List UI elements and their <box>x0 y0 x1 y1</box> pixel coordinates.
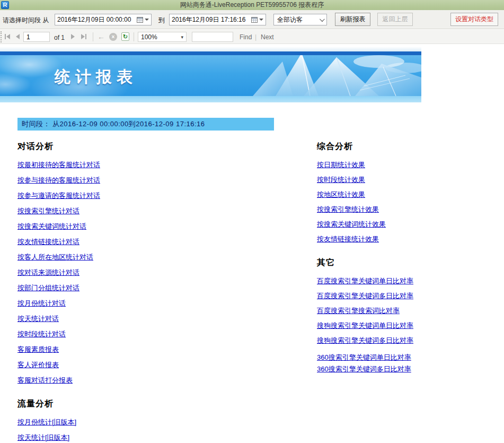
report-link[interactable]: 百度搜索引擎关键词单日比对率 <box>317 276 497 285</box>
to-datetime-input[interactable]: 2016年12月09日 17:16:16 <box>169 14 266 25</box>
report-link[interactable]: 按部门分组统计对话 <box>17 283 240 292</box>
report-banner: 统计报表 <box>0 47 421 102</box>
previous-page-button[interactable] <box>16 34 20 39</box>
banner-buildings-graphic <box>246 55 421 96</box>
from-datetime-value: 2016年12月09日 00:00:00 <box>57 15 137 24</box>
report-link[interactable]: 按搜索引擎统计效果 <box>317 205 497 214</box>
report-link[interactable]: 按参与邀请的客服统计对话 <box>17 191 240 200</box>
report-link[interactable]: 按友情链接统计对话 <box>17 237 240 246</box>
report-link[interactable]: 360搜索引擎关键词多日比对率 <box>317 364 497 373</box>
report-link[interactable]: 搜狗搜索引擎关键词多日比对率 <box>317 336 497 345</box>
left-column: 对话分析 按最初接待的客服统计对话 按参与接待的客服统计对话 按参与邀请的客服统… <box>17 139 240 443</box>
from-datetime-input[interactable]: 2016年12月09日 00:00:00 <box>55 14 152 25</box>
calendar-icon <box>137 17 143 23</box>
right-column: 综合分析 按日期统计效果 按时段统计效果 按地区统计效果 按搜索引擎统计效果 按… <box>317 139 497 379</box>
banner-top-strip <box>0 47 421 51</box>
filter-toolbar: 请选择时间段 从 2016年12月09日 00:00:00 到 2016年12月… <box>0 10 504 29</box>
next-page-icon <box>71 34 75 39</box>
toolbar-separator <box>134 32 134 41</box>
next-page-button[interactable] <box>71 34 75 39</box>
first-page-button[interactable] <box>5 34 10 39</box>
report-link[interactable]: 按时段统计对话 <box>17 329 240 338</box>
report-link[interactable]: 百度搜索引擎关键词多日比对率 <box>317 291 497 300</box>
report-link[interactable]: 按对话来源统计对话 <box>17 268 240 277</box>
chevron-down-icon: ▾ <box>181 34 183 40</box>
refresh-icon: ↻ <box>123 33 128 40</box>
report-link[interactable]: 百度搜索引擎搜索词比对率 <box>317 306 497 315</box>
to-calendar-dropdown[interactable] <box>251 17 263 23</box>
set-dialog-type-button[interactable]: 设置对话类型 <box>450 13 498 26</box>
page-count-label: of 1 <box>54 34 65 41</box>
section-title-comprehensive-analysis: 综合分析 <box>317 141 497 152</box>
report-window: R 网站商务通-LiveReception PET59955706 报表程序 请… <box>0 0 504 443</box>
report-link[interactable]: 按最初接待的客服统计对话 <box>17 160 240 169</box>
find-next-separator: | <box>255 33 257 41</box>
calendar-icon <box>251 17 258 23</box>
report-link[interactable]: 按地区统计效果 <box>317 190 497 199</box>
report-link[interactable]: 按搜索关键词统计对话 <box>17 222 240 231</box>
report-link[interactable]: 按日期统计效果 <box>317 160 497 169</box>
report-link[interactable]: 客服素质报表 <box>17 345 240 354</box>
find-button[interactable]: Find <box>240 33 252 41</box>
page-number-input[interactable] <box>23 32 50 42</box>
window-title: 网站商务通-LiveReception PET59955706 报表程序 <box>0 1 504 10</box>
toolbar-grip-handle[interactable] <box>1 31 2 42</box>
return-upper-button[interactable]: 返回上层 <box>377 13 413 26</box>
app-icon: R <box>1 1 9 9</box>
banner-main: 统计报表 <box>0 55 421 96</box>
refresh-report-button[interactable]: 刷新报表 <box>335 13 370 26</box>
report-link[interactable]: 按月份统计对话 <box>17 299 240 308</box>
report-link[interactable]: 按天统计对话 <box>17 314 240 323</box>
previous-page-icon <box>16 34 20 39</box>
visitor-filter-select[interactable]: 全部访客 <box>273 14 327 25</box>
find-text-input[interactable] <box>192 32 233 42</box>
stop-icon: × <box>112 34 115 40</box>
report-link[interactable]: 客服对话打分报表 <box>17 376 240 385</box>
visitor-filter-value: 全部访客 <box>277 15 315 24</box>
period-label: 请选择时间段 从 <box>3 16 49 25</box>
from-calendar-dropdown[interactable] <box>137 17 149 23</box>
report-link[interactable]: 客人评价报表 <box>17 360 240 369</box>
to-datetime-value: 2016年12月09日 17:16:16 <box>172 15 251 24</box>
zoom-value: 100% <box>141 33 181 41</box>
section-title-dialog-analysis: 对话分析 <box>17 141 240 152</box>
refresh-page-button[interactable]: ↻ <box>121 32 129 41</box>
report-viewer-toolbar: of 1 ← × ↻ 100% ▾ Find | Next <box>0 30 504 44</box>
section-title-other: 其它 <box>317 257 497 268</box>
last-page-button[interactable] <box>81 34 86 39</box>
report-link[interactable]: 按月份统计[旧版本] <box>17 418 240 427</box>
chevron-down-icon <box>320 16 325 22</box>
chevron-down-icon <box>145 19 149 21</box>
banner-dark-line <box>0 51 421 55</box>
report-link[interactable]: 按天统计[旧版本] <box>17 433 240 442</box>
chevron-down-icon <box>259 19 263 21</box>
last-page-icon <box>81 34 85 39</box>
banner-title: 统计报表 <box>55 66 137 88</box>
report-link[interactable]: 360搜索引擎关键词单日比对率 <box>317 353 497 362</box>
back-navigation-button[interactable]: ← <box>98 32 105 41</box>
toolbar-separator <box>93 32 93 41</box>
report-link[interactable]: 按客人所在地区统计对话 <box>17 253 240 262</box>
report-link[interactable]: 按参与接待的客服统计对话 <box>17 176 240 185</box>
report-link[interactable]: 按搜索关键词统计效果 <box>317 220 497 229</box>
to-label: 到 <box>158 16 165 25</box>
period-summary-bar: 时间段： 从2016-12-09 00:00:00到2016-12-09 17:… <box>17 118 274 131</box>
find-next-button[interactable]: Next <box>261 33 274 41</box>
zoom-select[interactable]: 100% ▾ <box>138 32 187 42</box>
stop-rendering-button[interactable]: × <box>109 33 117 41</box>
first-page-icon <box>5 34 6 39</box>
banner-bottom-strip <box>0 96 421 102</box>
section-title-traffic-analysis: 流量分析 <box>17 398 240 410</box>
report-link[interactable]: 按时段统计效果 <box>317 175 497 184</box>
back-arrow-icon: ← <box>98 32 105 41</box>
report-link[interactable]: 搜狗搜索引擎关键词单日比对率 <box>317 321 497 330</box>
report-link[interactable]: 按友情链接统计效果 <box>317 234 497 244</box>
titlebar: R 网站商务通-LiveReception PET59955706 报表程序 <box>0 0 504 10</box>
report-link[interactable]: 按搜索引擎统计对话 <box>17 206 240 215</box>
